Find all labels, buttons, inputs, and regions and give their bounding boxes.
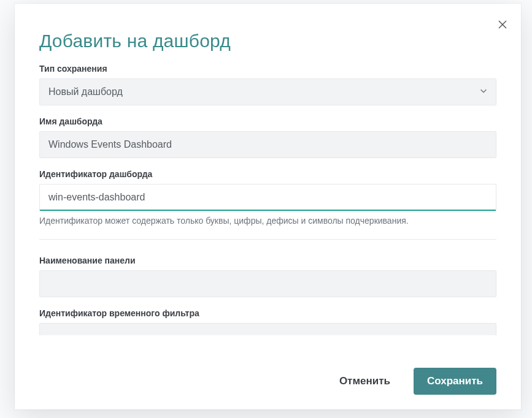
time-filter-id-row: Идентификатор временного фильтра — [39, 308, 496, 335]
section-divider — [39, 239, 496, 240]
dashboard-id-input[interactable] — [39, 184, 496, 211]
save-type-select[interactable] — [39, 78, 496, 105]
dashboard-name-input[interactable] — [39, 131, 496, 158]
dashboard-name-label: Имя дашборда — [39, 116, 496, 126]
close-icon — [498, 20, 507, 32]
close-button[interactable] — [495, 18, 510, 33]
modal-header: Добавить на дашборд — [15, 4, 521, 51]
modal-footer: Отменить Сохранить — [15, 357, 521, 409]
modal-title: Добавить на дашборд — [39, 31, 496, 51]
save-button[interactable]: Сохранить — [414, 368, 496, 395]
save-type-row: Тип сохранения — [39, 64, 496, 105]
save-type-label: Тип сохранения — [39, 64, 496, 74]
add-to-dashboard-modal: Добавить на дашборд Тип сохранения Имя д… — [15, 4, 521, 409]
modal-body: Тип сохранения Имя дашборда Идентификато… — [15, 51, 521, 357]
dashboard-name-row: Имя дашборда — [39, 116, 496, 158]
dashboard-id-row: Идентификатор дашборда Идентификатор мож… — [39, 169, 496, 226]
dashboard-id-label: Идентификатор дашборда — [39, 169, 496, 179]
time-filter-id-label: Идентификатор временного фильтра — [39, 308, 496, 318]
panel-name-row: Наименование панели — [39, 256, 496, 297]
time-filter-id-input[interactable] — [39, 323, 496, 335]
save-type-select-wrap — [39, 78, 496, 105]
dashboard-id-help: Идентификатор может содержать только бук… — [39, 216, 496, 226]
cancel-button[interactable]: Отменить — [326, 368, 404, 395]
panel-name-input[interactable] — [39, 270, 496, 297]
panel-name-label: Наименование панели — [39, 256, 496, 265]
